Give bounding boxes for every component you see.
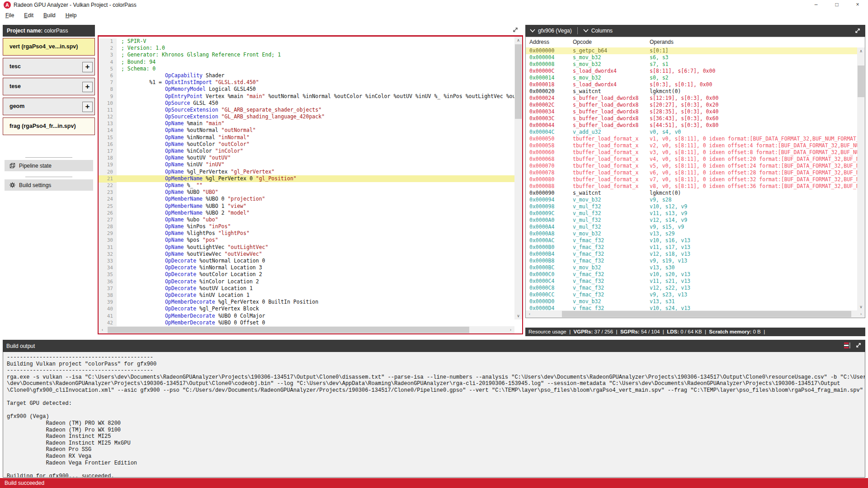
isa-row[interactable]: 0x000050tbuffer_load_format_xv1, v0, s[8… [526,136,865,142]
isa-row[interactable]: 0x0000A4v_mul_f32v9, s15, v9 [526,224,865,230]
isa-operands: s[12:19], s[0:3], 0x00 [650,95,858,101]
build-output-body[interactable]: ----------------------------------------… [3,352,865,478]
line-number: 1 [99,38,117,45]
isa-hscroll-thumb[interactable] [562,311,851,317]
scroll-right-icon[interactable]: › [857,310,865,318]
stage-item-tese[interactable]: tese+ [3,78,95,95]
maximize-button[interactable]: □ [826,0,847,10]
isa-row[interactable]: 0x000078tbuffer_load_format_xv6, v0, s[8… [526,169,865,176]
isa-row[interactable]: 0x0000C4v_fmac_f32v11, s21, v13 [526,278,865,285]
token: OpDecorate [165,292,196,298]
isa-vscroll-thumb[interactable] [858,66,864,97]
isa-row[interactable]: 0x000014s_mov_b32s0, s2 [526,75,865,81]
scroll-down-icon[interactable]: ∨ [514,312,522,319]
isa-row[interactable]: 0x00002Cs_buffer_load_dwordx8s[20:27], s… [526,102,865,108]
token: "outUV" [209,155,231,161]
code-vertical-scrollbar[interactable]: ∧ ∨ [514,37,522,319]
isa-row[interactable]: 0x0000BCv_mov_b32v13, s30 [526,264,865,271]
isa-row[interactable]: 0x0000B0v_fmac_f32v11, s17, v13 [526,244,865,251]
isa-address: 0x0000A0 [529,217,554,223]
output-window-icon[interactable] [844,342,851,349]
spirv-code-panel[interactable]: 1; SPIR-V2; Version: 1.03; Generator: Kh… [98,35,523,334]
isa-row[interactable]: 0x000058tbuffer_load_format_xv2, v0, s[8… [526,142,865,149]
isa-row[interactable]: 0x000004s_mov_b32s6, s3 [526,54,865,61]
isa-row[interactable]: 0x0000B8v_fmac_f32v9, s19, v13 [526,258,865,264]
scroll-right-icon[interactable]: › [507,326,514,333]
target-gpu-dropdown[interactable]: gfx906 (Vega) [530,28,572,34]
add-stage-file-button[interactable]: + [82,62,93,72]
isa-row[interactable]: 0x00004Cv_add_u32v0, s4, v0 [526,129,865,136]
isa-row[interactable]: 0x000034s_buffer_load_dwordx8s[28:35], s… [526,108,865,115]
stage-item-vert[interactable]: vert (rgaPso4_ve...in.spv) [3,38,95,56]
scroll-left-icon[interactable]: ‹ [526,310,533,318]
column-header-address[interactable]: Address [529,39,549,45]
stage-item-tesc[interactable]: tesc+ [3,58,95,75]
isa-row[interactable]: 0x000068tbuffer_load_format_xv4, v0, s[8… [526,156,865,163]
expand-code-panel-icon[interactable] [512,27,519,33]
scroll-down-icon[interactable]: ∨ [857,303,865,310]
code-line: 37 OpDecorate %outUV Location 1 [99,285,514,292]
isa-row[interactable]: 0x000024s_buffer_load_dwordx8s[12:19], s… [526,95,865,102]
add-stage-file-button[interactable]: + [82,82,93,92]
pipeline-state-button[interactable]: Pipeline state [5,160,93,171]
isa-row[interactable]: 0x0000C8v_fmac_f32v12, s22, v13 [526,285,865,291]
isa-operands: v11, s13, v9 [650,210,858,216]
isa-row[interactable]: 0x000098v_mul_f32v10, s12, v9 [526,203,865,210]
isa-horizontal-scrollbar[interactable]: ‹ › [526,310,865,318]
column-header-opcode[interactable]: Opcode [573,39,592,45]
menu-item-file[interactable]: File [1,11,19,20]
menu-item-help[interactable]: Help [61,11,81,20]
isa-row[interactable]: 0x000000s_getpc_b64s[0:1] [526,47,865,54]
build-settings-button[interactable]: Build settings [5,179,93,191]
menu-item-build[interactable]: Build [39,11,60,20]
columns-dropdown[interactable]: Columns [583,28,613,34]
token: %inUV [184,161,205,168]
isa-disassembly-table[interactable]: Address Opcode Operands 0x000000s_getpc_… [525,37,865,318]
close-button[interactable]: × [847,0,868,10]
scroll-up-icon[interactable]: ∧ [514,37,522,44]
isa-row[interactable]: 0x00003Cs_buffer_load_dwordx8s[36:43], s… [526,115,865,122]
isa-row[interactable]: 0x0000A8v_mov_b32v13, s29 [526,230,865,237]
isa-row[interactable]: 0x0000B4v_fmac_f32v12, s18, v13 [526,251,865,258]
isa-row[interactable]: 0x0000D0v_mov_b32v13, s31 [526,298,865,305]
code-text: ; SPIR-V [117,38,146,44]
isa-row[interactable]: 0x00000Cs_load_dwordx4s[8:11], s[6:7], 0… [526,68,865,75]
stage-item-geom[interactable]: geom+ [3,98,95,115]
token: %outUV Location 1 [196,285,253,291]
scroll-up-icon[interactable]: ∧ [857,47,865,55]
add-stage-file-button[interactable]: + [82,102,93,112]
minimize-button[interactable]: – [806,0,826,10]
isa-row[interactable]: 0x000080tbuffer_load_format_xv7, v0, s[8… [526,176,865,183]
token [121,161,165,168]
code-horizontal-scrollbar[interactable]: ‹ › [99,326,514,333]
isa-row[interactable]: 0x0000CCv_fmac_f32v9, s23, v13 [526,291,865,298]
isa-row[interactable]: 0x000018s_load_dwordx4s[0:3], s[0:1], 0x… [526,81,865,88]
isa-row[interactable]: 0x000044s_buffer_load_dwordx8s[44:51], s… [526,122,865,129]
isa-row[interactable]: 0x0000A0v_mul_f32v12, s14, v9 [526,217,865,224]
isa-row[interactable]: 0x00009Cv_mul_f32v11, s13, v9 [526,210,865,217]
code-vscroll-thumb[interactable] [515,44,522,119]
isa-row[interactable]: 0x000090s_waitcntlgkmcnt(0) [526,190,865,197]
scroll-left-icon[interactable]: ‹ [99,326,106,333]
isa-row[interactable]: 0x0000C0v_fmac_f32v10, s20, v13 [526,271,865,278]
isa-operands: v10, s20, v13 [650,271,858,277]
isa-operands: v12, s18, v13 [650,251,858,257]
isa-row[interactable]: 0x000060tbuffer_load_format_xv3, v0, s[8… [526,149,865,156]
isa-row[interactable]: 0x000094v_mov_b32v9, s28 [526,197,865,203]
code-hscroll-thumb[interactable] [108,327,469,333]
isa-row[interactable]: 0x000020s_waitcntlgkmcnt(0) [526,88,865,95]
token: OpDecorate [165,305,196,312]
isa-vertical-scrollbar[interactable]: ∧ ∨ [857,47,865,310]
isa-opcode: v_fmac_f32 [573,237,604,244]
code-text: OpName %UBO "UBO" [117,189,218,195]
isa-row[interactable]: 0x000088tbuffer_load_format_xv8, v0, s[8… [526,183,865,190]
isa-operands: v13, s31 [650,298,858,305]
column-header-operands[interactable]: Operands [650,39,674,45]
menu-item-edit[interactable]: Edit [19,11,38,20]
expand-isa-panel-icon[interactable] [854,28,861,34]
isa-row[interactable]: 0x000070tbuffer_load_format_xv5, v0, s[8… [526,163,865,169]
isa-row[interactable]: 0x0000ACv_fmac_f32v10, s16, v13 [526,237,865,244]
expand-output-panel-icon[interactable] [855,342,862,348]
stage-item-frag[interactable]: frag (rgaPso4_fr...in.spv) [3,117,95,135]
isa-row[interactable]: 0x000008s_mov_b32s7, s1 [526,61,865,68]
